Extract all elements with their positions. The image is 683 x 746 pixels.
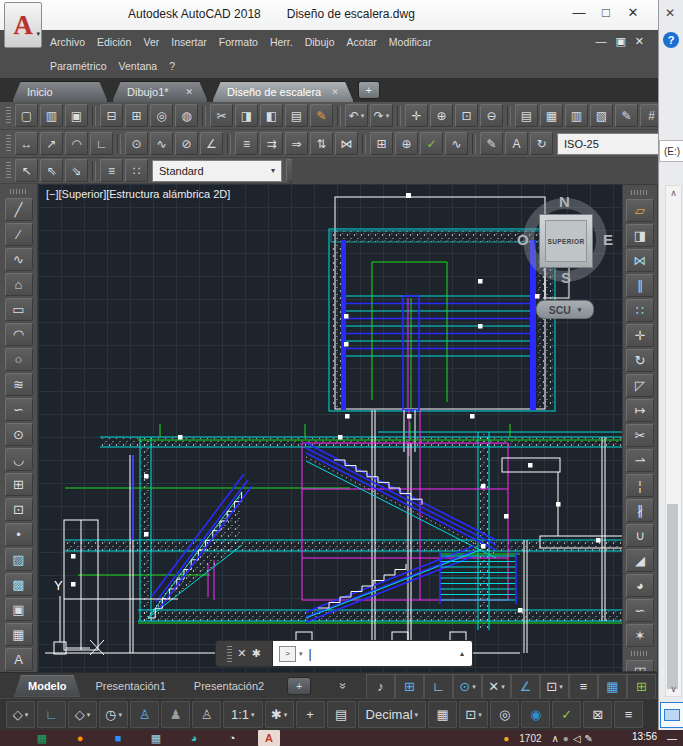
annotation-visibility-icon[interactable]: ♙ xyxy=(130,701,159,728)
dim-update-icon[interactable]: ↻ xyxy=(530,132,553,155)
dim-continue-icon[interactable]: ⇒ xyxy=(285,132,308,155)
ellipse-arc-icon[interactable]: ◡ xyxy=(5,448,33,471)
menu-parametrico[interactable]: Paramétrico xyxy=(44,54,113,78)
circle-icon[interactable]: ○ xyxy=(5,348,33,371)
snap-mode-icon[interactable]: ⊞ xyxy=(395,674,424,699)
array-icon[interactable]: ∷ xyxy=(626,299,654,322)
plot-preview-icon[interactable]: ⊞ xyxy=(125,104,148,127)
ucs-icon-icon[interactable]: ∟ xyxy=(37,701,66,728)
markup-set-manager-icon[interactable]: ✎ xyxy=(615,104,638,127)
menu-edicion[interactable]: Edición xyxy=(91,30,137,54)
notification-icon[interactable]: — xyxy=(667,733,677,744)
dim-baseline-icon[interactable]: ⇉ xyxy=(260,132,283,155)
lineweight-icon[interactable]: ≡ xyxy=(569,674,598,699)
isolate-objects-icon[interactable]: ◎ xyxy=(490,701,519,728)
units-select[interactable]: Decimal▾ xyxy=(358,701,426,728)
hatch-icon[interactable]: ▨ xyxy=(5,548,33,571)
join-icon[interactable]: ∪ xyxy=(626,524,654,547)
scu-button[interactable]: SCU ▾ xyxy=(536,300,594,319)
new-drawing-button[interactable]: + xyxy=(358,81,380,99)
designcenter-icon[interactable]: ▦ xyxy=(540,104,563,127)
scrollbar-thumb[interactable] xyxy=(667,504,678,689)
units-ruler-icon[interactable]: ▤ xyxy=(327,701,356,728)
dim-aligned-icon[interactable]: ↗ xyxy=(40,132,63,155)
dim-inspect-icon[interactable]: ✓ xyxy=(420,132,443,155)
paste-icon[interactable]: ◧ xyxy=(260,104,283,127)
plot-icon[interactable]: ⊟ xyxy=(100,104,123,127)
dim-linear-icon[interactable]: ↔ xyxy=(15,132,38,155)
trim-icon[interactable]: ✂ xyxy=(626,424,654,447)
explode-icon[interactable]: ✶ xyxy=(626,624,654,647)
object-snap-icon[interactable]: ∠ xyxy=(511,674,540,699)
compass-east[interactable]: E xyxy=(603,231,613,248)
menu-dibujo[interactable]: Dibujo xyxy=(299,30,341,54)
dim-angular-icon[interactable]: ∠ xyxy=(200,132,223,155)
help-icon[interactable]: ? xyxy=(663,32,679,48)
blend-curves-icon[interactable]: ∽ xyxy=(626,599,654,622)
command-prompt-icon[interactable]: > xyxy=(279,646,296,662)
properties-icon[interactable]: ▤ xyxy=(515,104,538,127)
menu-modificar[interactable]: Modificar xyxy=(383,30,438,54)
arc-icon[interactable]: ◠ xyxy=(5,323,33,346)
toolbar-grip[interactable] xyxy=(10,189,28,194)
point-icon[interactable]: • xyxy=(5,523,33,546)
region-icon[interactable]: ▣ xyxy=(5,598,33,621)
layout-overflow-icon[interactable]: « xyxy=(336,682,350,689)
customization-menu-icon[interactable]: ≡ xyxy=(614,701,643,728)
mleader-remove-icon[interactable]: ⇘ xyxy=(65,159,88,182)
model-indicator-icon[interactable]: ♪ xyxy=(366,674,395,699)
dim-space-icon[interactable]: ⇅ xyxy=(310,132,333,155)
compass-north[interactable]: N xyxy=(559,193,570,210)
insert-block-icon[interactable]: ⊞ xyxy=(5,473,33,496)
tray-widget-icon[interactable]: ● xyxy=(503,731,509,746)
mleader-add-icon[interactable]: ⇖ xyxy=(40,159,63,182)
polyline-icon[interactable]: ∿ xyxy=(5,248,33,271)
zoom-realtime-icon[interactable]: ⊕ xyxy=(430,104,453,127)
toolbar-grip[interactable] xyxy=(6,162,11,180)
selection-cycling-icon[interactable]: ▦ xyxy=(598,674,627,699)
viewport-label[interactable]: [−][Superior][Estructura alámbrica 2D] xyxy=(46,188,230,200)
menu-formato[interactable]: Formato xyxy=(213,30,264,54)
viewcube[interactable]: N O E S SUPERIOR xyxy=(523,198,607,282)
rectangle-icon[interactable]: ▭ xyxy=(5,298,33,321)
ellipse-icon[interactable]: ⊙ xyxy=(5,423,33,446)
open-file-icon[interactable]: ▥ xyxy=(40,104,63,127)
break-at-point-icon[interactable]: ¦ xyxy=(626,474,654,497)
mleader-collect-icon[interactable]: ∷ xyxy=(125,159,148,182)
sheet-set-manager-icon[interactable]: ▧ xyxy=(590,104,613,127)
clean-screen-icon[interactable]: ⊠ xyxy=(583,701,612,728)
workspace-3d-icon[interactable]: ◇▾ xyxy=(6,701,35,728)
isometric-drafting-icon[interactable]: ✕▾ xyxy=(482,674,511,699)
move-icon[interactable]: ✛ xyxy=(626,324,654,347)
tray-pen-icon[interactable]: ✎ xyxy=(585,731,593,746)
dim-edit-icon[interactable]: ✎ xyxy=(480,132,503,155)
tab-presentacion2[interactable]: Presentación2 xyxy=(181,676,277,696)
mleader-align-icon[interactable]: ≡ xyxy=(100,159,123,182)
menu-insertar[interactable]: Insertar xyxy=(165,30,213,54)
batch-plot-icon[interactable]: ◍ xyxy=(175,104,198,127)
dim-jogged-icon[interactable]: ∿ xyxy=(150,132,173,155)
publish-icon[interactable]: ◎ xyxy=(150,104,173,127)
calculator-app-icon[interactable]: ▦ xyxy=(144,730,168,746)
toolbar-grip[interactable] xyxy=(6,135,11,153)
annotation-monitor-icon[interactable]: ⊞ xyxy=(627,674,656,699)
extend-icon[interactable]: ⇀ xyxy=(626,449,654,472)
doc-minimize-button[interactable]: — xyxy=(595,35,606,48)
tray-volume-icon[interactable]: ◁ xyxy=(573,731,581,746)
toolbar-grip[interactable] xyxy=(631,190,649,195)
line-icon[interactable]: ╱ xyxy=(5,198,33,221)
dim-diameter-icon[interactable]: ⊘ xyxy=(175,132,198,155)
undo-icon[interactable]: ↶▾ xyxy=(345,104,368,127)
quick-dimension-icon[interactable]: ≡ xyxy=(235,132,258,155)
zoom-app-icon[interactable]: ■ xyxy=(106,730,130,746)
viewcube-face-superior[interactable]: SUPERIOR xyxy=(539,214,593,268)
copy-clip-icon[interactable]: ◨ xyxy=(235,104,258,127)
annotation-scale[interactable]: 1:1▾ xyxy=(223,701,263,728)
menu-acotar[interactable]: Acotar xyxy=(340,30,382,54)
minimize-button[interactable]: — xyxy=(572,5,586,20)
tray-circle-icon[interactable]: ● xyxy=(563,731,569,746)
close-icon[interactable]: ✕ xyxy=(331,87,339,97)
redo-icon[interactable]: ↷▾ xyxy=(370,104,393,127)
application-menu-button[interactable]: A ▾ xyxy=(4,2,42,48)
close-icon[interactable]: ✕ xyxy=(185,87,193,97)
